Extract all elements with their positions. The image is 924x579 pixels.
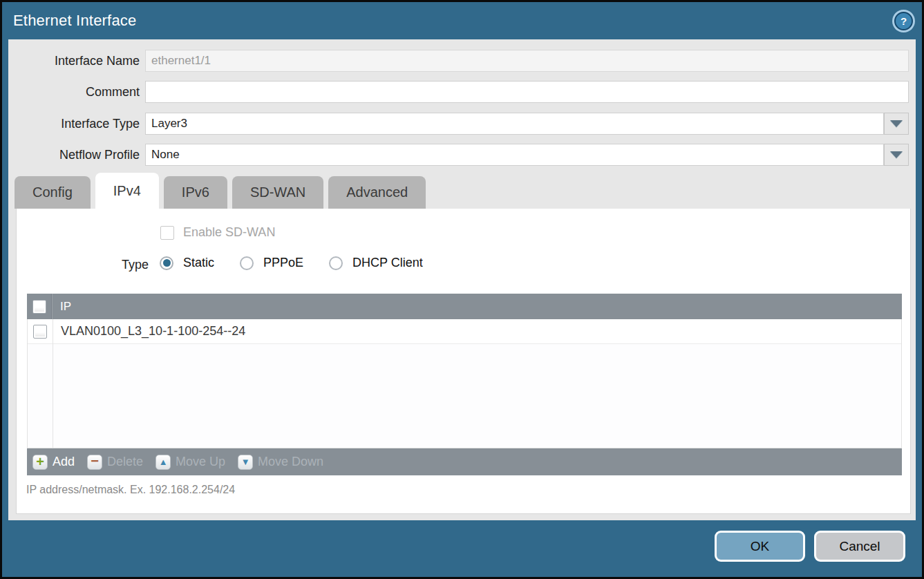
tab-advanced[interactable]: Advanced [328,176,426,209]
help-icon[interactable]: ? [894,12,913,30]
radio-option-pppoe[interactable]: PPPoE [240,256,303,270]
interface-name-row: Interface Name [8,50,916,72]
dropdown-arrow-icon [890,151,903,158]
netflow-profile-field [145,144,884,166]
dialog-body: Interface Name Comment Interface Type Ne… [8,39,916,520]
ip-column-header: IP [60,300,71,314]
interface-type-input[interactable] [145,113,884,135]
column-divider [53,319,53,448]
add-button[interactable]: + Add [32,455,75,470]
dialog-title: Ethernet Interface [13,12,136,30]
netflow-profile-dropdown-button[interactable] [884,144,909,166]
row-checkbox[interactable] [33,325,47,339]
ip-netmask-hint: IP address/netmask. Ex. 192.168.2.254/24 [26,484,235,496]
ipv4-tab-panel: Enable SD-WAN Type Static PPPoE DHCP C [16,209,911,514]
dialog-titlebar: Ethernet Interface ? [2,2,922,39]
interface-type-dropdown-button[interactable] [884,113,909,135]
cancel-button[interactable]: Cancel [814,531,905,562]
interface-name-field [145,50,909,72]
interface-name-input [145,50,909,72]
radio-pppoe[interactable] [240,256,254,270]
comment-input[interactable] [145,81,909,103]
ip-entry: VLAN0100_L3_10-1-100-254--24 [61,324,245,339]
ok-button[interactable]: OK [715,531,805,562]
delete-icon: − [87,455,102,470]
table-row[interactable]: VLAN0100_L3_10-1-100-254--24 [28,319,901,344]
table-toolbar: + Add − Delete ▲ Move Up ▼ Move Down [27,448,902,475]
comment-row: Comment [8,81,916,103]
comment-field [145,81,909,103]
move-up-button[interactable]: ▲ Move Up [155,455,225,470]
radio-option-static[interactable]: Static [160,256,214,270]
dropdown-arrow-icon [890,120,903,127]
enable-sdwan-row: Enable SD-WAN [160,225,275,240]
tab-sd-wan[interactable]: SD-WAN [232,176,323,209]
tab-ipv6[interactable]: IPv6 [164,176,227,209]
column-divider [52,294,53,319]
delete-button[interactable]: − Delete [87,455,143,470]
radio-dhcp-client[interactable] [329,256,343,270]
enable-sdwan-checkbox[interactable] [160,226,174,240]
comment-label: Comment [8,81,140,103]
table-body: VLAN0100_L3_10-1-100-254--24 [27,319,902,448]
move-down-button[interactable]: ▼ Move Down [238,455,323,470]
interface-type-row: Interface Type [8,113,916,135]
select-all-checkbox[interactable] [32,300,46,314]
netflow-profile-input[interactable] [145,144,884,166]
netflow-profile-label: Netflow Profile [8,144,140,166]
type-radio-group: Static PPPoE DHCP Client [160,256,423,270]
table-header: IP [27,294,902,319]
type-row: Type Static PPPoE DHCP Client [17,256,910,274]
ethernet-interface-dialog: Ethernet Interface ? Interface Name Comm… [0,0,924,579]
interface-type-label: Interface Type [8,113,140,135]
ip-address-table: IP VLAN0100_L3_10-1-100-254--24 + Add [27,294,902,475]
enable-sdwan-label: Enable SD-WAN [183,225,275,240]
move-down-icon: ▼ [238,455,253,470]
interface-type-field [145,113,884,135]
tab-config[interactable]: Config [15,176,91,209]
radio-option-dhcp-client[interactable]: DHCP Client [329,256,423,270]
netflow-profile-row: Netflow Profile [8,144,916,166]
move-up-icon: ▲ [155,455,171,470]
interface-name-label: Interface Name [8,50,140,72]
add-icon: + [32,455,48,470]
tab-ipv4[interactable]: IPv4 [95,173,159,209]
type-label: Type [17,256,149,274]
tab-bar: Config IPv4 IPv6 SD-WAN Advanced [15,173,426,209]
radio-static[interactable] [160,256,173,270]
